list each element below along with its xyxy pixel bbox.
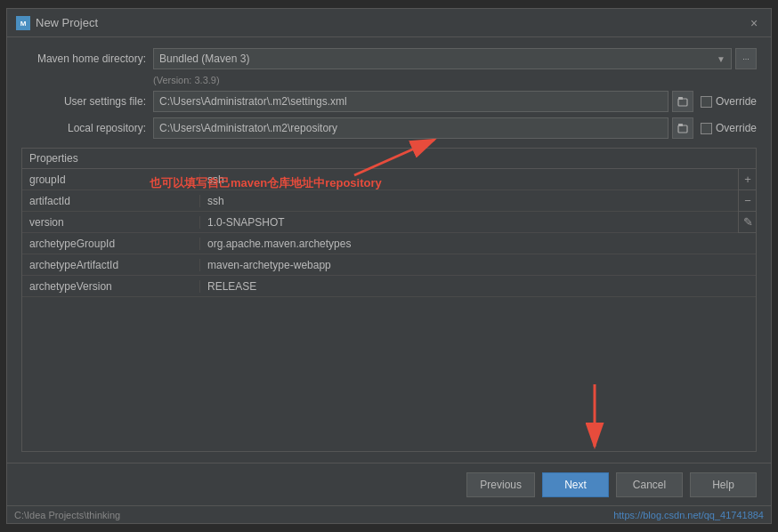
prop-row-archetypegroupid[interactable]: archetypeGroupId org.apache.maven.archet… — [22, 233, 756, 254]
local-repo-label: Local repository: — [21, 122, 146, 134]
prop-row-archetypeartifactid[interactable]: archetypeArtifactId maven-archetype-weba… — [22, 254, 756, 276]
prop-row-groupid[interactable]: groupId ssh — [22, 169, 756, 190]
prop-value-artifactid: ssh — [200, 195, 756, 207]
dialog-content: Maven home directory: Bundled (Maven 3) … — [7, 37, 771, 463]
svg-rect-2 — [678, 99, 687, 106]
user-settings-override-wrap: Override — [701, 95, 757, 108]
prop-name-archetypegroupid: archetypeGroupId — [22, 238, 200, 250]
previous-button[interactable]: Previous — [466, 472, 535, 497]
dialog-footer: Previous Next Cancel Help — [7, 463, 771, 505]
user-settings-override-checkbox[interactable] — [701, 96, 712, 108]
user-settings-input-wrap — [153, 91, 693, 112]
prop-name-version: version — [22, 216, 200, 229]
prop-name-groupid: groupId — [22, 173, 200, 186]
user-settings-override-label[interactable]: Override — [716, 95, 757, 108]
local-repo-row: Local repository: Override — [21, 117, 757, 139]
dialog-title: New Project — [36, 16, 98, 29]
close-button[interactable]: × — [746, 15, 762, 31]
maven-dropdown-value: Bundled (Maven 3) — [159, 52, 249, 65]
prop-row-version[interactable]: version 1.0-SNAPSHOT — [22, 212, 756, 233]
next-button[interactable]: Next — [542, 472, 609, 497]
user-settings-label: User settings file: — [21, 95, 146, 108]
prop-value-version: 1.0-SNAPSHOT — [200, 216, 756, 229]
local-repo-input[interactable] — [153, 117, 669, 139]
prop-row-archetypeversion[interactable]: archetypeVersion RELEASE — [22, 276, 756, 297]
cancel-button[interactable]: Cancel — [616, 472, 683, 497]
maven-extra-button[interactable]: ··· — [735, 48, 757, 69]
prop-row-artifactid[interactable]: artifactId ssh — [22, 190, 756, 212]
svg-rect-3 — [678, 97, 683, 100]
user-settings-row: User settings file: Override — [21, 91, 757, 112]
prop-actions-panel: + − ✎ — [738, 169, 756, 233]
svg-rect-5 — [678, 124, 683, 126]
edit-property-button[interactable]: ✎ — [739, 212, 756, 233]
local-repo-input-wrap — [153, 117, 693, 139]
prop-value-archetypeversion: RELEASE — [200, 280, 756, 293]
svg-text:M: M — [20, 20, 27, 28]
title-bar-left: M New Project — [16, 16, 98, 30]
status-path: C:\Idea Projects\thinking — [14, 510, 120, 520]
prop-name-archetypeversion: archetypeVersion — [22, 280, 200, 293]
prop-value-groupid: ssh — [200, 173, 756, 186]
new-project-dialog: M New Project × Maven home directory: Bu… — [6, 8, 772, 524]
maven-home-row: Maven home directory: Bundled (Maven 3) … — [21, 48, 757, 69]
maven-home-label: Maven home directory: — [21, 52, 146, 65]
prop-name-artifactid: artifactId — [22, 195, 200, 207]
svg-rect-4 — [678, 125, 687, 133]
add-property-button[interactable]: + — [739, 169, 756, 190]
remove-property-button[interactable]: − — [739, 190, 756, 212]
local-repo-override-label[interactable]: Override — [716, 122, 757, 134]
prop-name-archetypeartifactid: archetypeArtifactId — [22, 259, 200, 271]
status-link[interactable]: https://blog.csdn.net/qq_41741884 — [613, 510, 764, 520]
properties-section: Properties groupId ssh artifactId ssh ve… — [21, 148, 757, 452]
user-settings-input[interactable] — [153, 91, 669, 112]
maven-version-note: (Version: 3.3.9) — [153, 75, 757, 85]
maven-dropdown[interactable]: Bundled (Maven 3) ▼ — [153, 48, 732, 69]
properties-header: Properties — [22, 149, 756, 169]
help-button[interactable]: Help — [690, 472, 757, 497]
local-repo-browse-button[interactable] — [672, 117, 693, 139]
local-repo-override-checkbox[interactable] — [701, 123, 712, 134]
user-settings-browse-button[interactable] — [672, 91, 693, 112]
title-bar: M New Project × — [7, 9, 771, 37]
properties-table: groupId ssh artifactId ssh version 1.0-S… — [22, 169, 756, 451]
prop-value-archetypegroupid: org.apache.maven.archetypes — [200, 238, 756, 250]
prop-value-archetypeartifactid: maven-archetype-webapp — [200, 259, 756, 271]
chevron-down-icon: ▼ — [717, 54, 725, 64]
dialog-icon: M — [16, 16, 30, 30]
maven-home-input-wrap: Bundled (Maven 3) ▼ ··· — [153, 48, 757, 69]
local-repo-override-wrap: Override — [701, 122, 757, 134]
status-bar: C:\Idea Projects\thinking https://blog.c… — [7, 505, 771, 523]
